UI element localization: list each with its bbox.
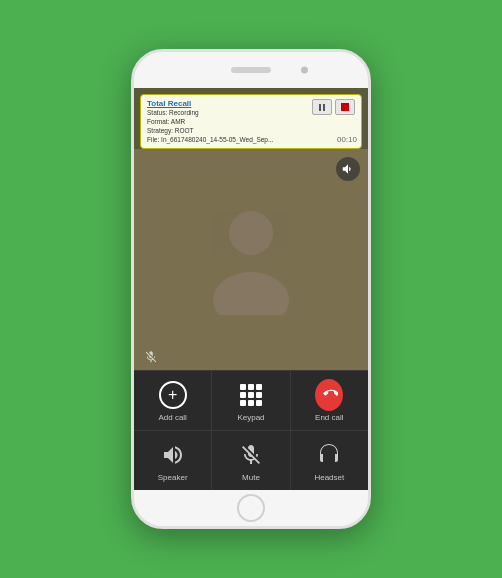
stop-icon — [341, 103, 349, 111]
phone-top-bar — [134, 52, 368, 88]
call-controls: + Add call Keypad — [134, 370, 368, 490]
speaker-label: Speaker — [158, 473, 188, 482]
recording-banner: Total Recall Status: Recording Format: A… — [140, 94, 362, 149]
speaker-icon — [159, 441, 187, 469]
pause-button[interactable] — [312, 99, 332, 115]
end-call-label: End call — [315, 413, 343, 422]
phone-screen: Total Recall Status: Recording Format: A… — [134, 88, 368, 490]
controls-row-1: + Add call Keypad — [134, 370, 368, 430]
add-call-button[interactable]: + Add call — [134, 371, 212, 430]
headset-label: Headset — [314, 473, 344, 482]
mic-off-icon — [144, 350, 158, 364]
mute-label: Mute — [242, 473, 260, 482]
phone-speaker-grille — [231, 67, 271, 73]
phone-frame: Total Recall Status: Recording Format: A… — [131, 49, 371, 529]
controls-row-2: Speaker Mute Heads — [134, 430, 368, 490]
mute-button[interactable]: Mute — [212, 431, 290, 490]
headset-icon — [315, 441, 343, 469]
recording-banner-text: Total Recall Status: Recording Format: A… — [147, 99, 308, 144]
recording-controls — [312, 99, 355, 115]
headset-button[interactable]: Headset — [291, 431, 368, 490]
mute-icon — [237, 441, 265, 469]
recording-status: Status: Recording — [147, 108, 308, 117]
keypad-button[interactable]: Keypad — [212, 371, 290, 430]
mic-off-indicator — [144, 350, 158, 364]
svg-point-0 — [229, 211, 273, 255]
recording-file: File: In_6617480240_14-55-05_Wed_Sep... — [147, 135, 308, 144]
avatar-silhouette — [206, 205, 296, 315]
end-call-button[interactable]: End call — [291, 371, 368, 430]
home-button[interactable] — [237, 494, 265, 522]
add-call-label: Add call — [158, 413, 186, 422]
recording-title: Total Recall — [147, 99, 308, 108]
stop-button[interactable] — [335, 99, 355, 115]
pause-icon — [318, 103, 326, 111]
keypad-label: Keypad — [237, 413, 264, 422]
svg-point-1 — [213, 272, 289, 315]
recording-timer: 00:10 — [337, 135, 357, 144]
end-call-icon — [315, 381, 343, 409]
recording-strategy: Strategy: ROOT — [147, 126, 308, 135]
speaker-toggle-button[interactable] — [336, 157, 360, 181]
speaker-button[interactable]: Speaker — [134, 431, 212, 490]
phone-camera — [301, 67, 308, 74]
avatar-container — [206, 205, 296, 315]
phone-home-bar — [134, 490, 368, 526]
speaker-icon-overlay — [341, 162, 355, 176]
add-call-icon: + — [159, 381, 187, 409]
video-area — [134, 149, 368, 370]
recording-format: Format: AMR — [147, 117, 308, 126]
keypad-icon — [237, 381, 265, 409]
